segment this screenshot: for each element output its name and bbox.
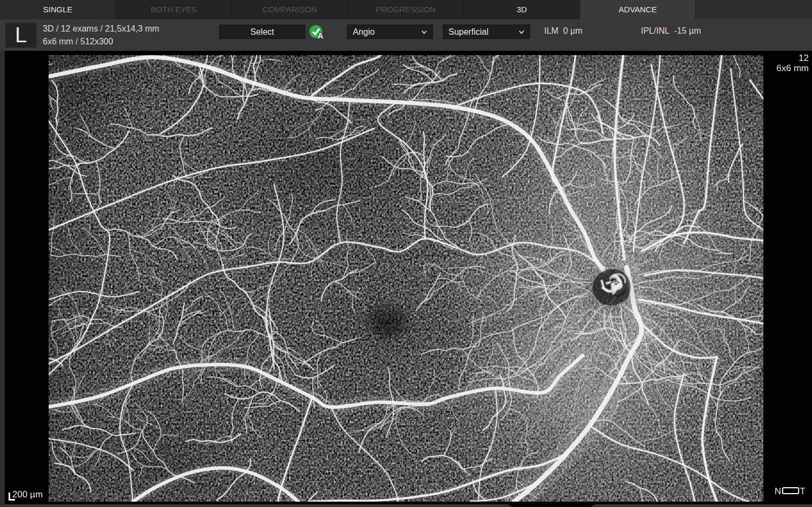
svg-text:A: A — [318, 31, 323, 40]
